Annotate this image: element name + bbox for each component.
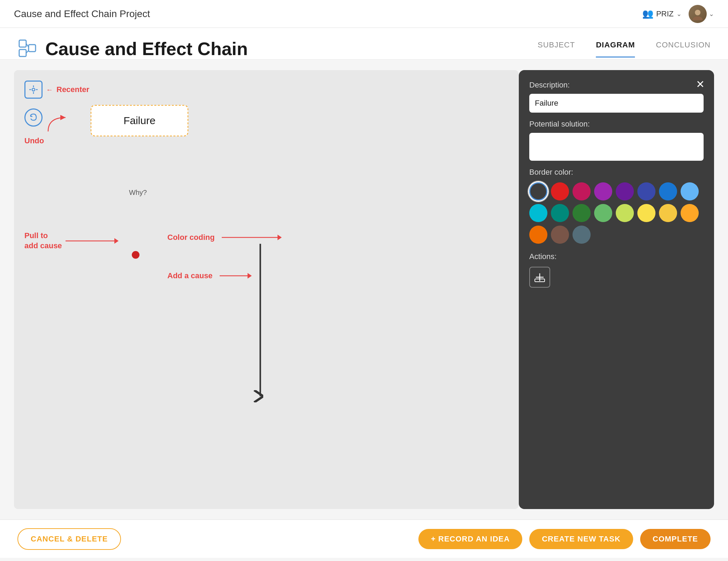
color-grid (529, 182, 704, 244)
add-a-cause-area: Add a cause (167, 269, 258, 283)
color-swatch-6[interactable] (659, 182, 677, 200)
color-swatch-10[interactable] (572, 204, 591, 222)
pull-arrow-svg (62, 230, 125, 251)
bottom-bar: CANCEL & DELETE + RECORD AN IDEA CREATE … (0, 520, 728, 558)
color-coding-label: Color coding (167, 233, 215, 242)
undo-label: Undo (24, 136, 44, 145)
recenter-arrow: ← (46, 86, 53, 94)
svg-point-7 (32, 88, 35, 91)
tab-diagram[interactable]: DIAGRAM (596, 40, 635, 58)
svg-rect-2 (19, 40, 26, 47)
create-task-button[interactable]: CREATE NEW TASK (529, 529, 633, 549)
color-swatch-9[interactable] (551, 204, 569, 222)
color-swatch-1[interactable] (551, 182, 569, 200)
color-swatch-15[interactable] (681, 204, 699, 222)
app-header: Cause and Effect Chain Project 👥 PRIZ ⌄ … (0, 0, 728, 28)
why-label: Why? (129, 189, 147, 197)
diagram-canvas[interactable]: ← Recenter (14, 70, 519, 509)
page-title-area: Cause and Effect Chain (17, 38, 248, 59)
recenter-icon (24, 81, 43, 99)
color-swatch-13[interactable] (637, 204, 655, 222)
page-header: Cause and Effect Chain SUBJECT DIAGRAM C… (0, 28, 728, 60)
color-swatch-11[interactable] (594, 204, 612, 222)
add-cause-arrow-svg (216, 269, 258, 283)
color-swatch-2[interactable] (572, 182, 591, 200)
color-swatch-14[interactable] (659, 204, 677, 222)
side-panel: ✕ Description: Potential solution: Borde… (519, 70, 714, 509)
svg-point-0 (695, 10, 700, 15)
cancel-delete-button[interactable]: CANCEL & DELETE (17, 528, 121, 550)
undo-icon (24, 108, 43, 127)
svg-rect-4 (29, 45, 36, 52)
cause-effect-icon (17, 38, 38, 59)
color-swatch-8[interactable] (529, 204, 547, 222)
header-right: 👥 PRIZ ⌄ ⌄ (642, 5, 714, 23)
color-swatch-0[interactable] (529, 182, 547, 200)
recenter-label: Recenter (56, 85, 89, 94)
page-tabs: SUBJECT DIAGRAM CONCLUSION (538, 40, 711, 58)
main-content: ← Recenter (0, 60, 728, 520)
color-swatch-17[interactable] (551, 226, 569, 244)
potential-solution-input[interactable] (529, 133, 704, 161)
svg-point-1 (693, 16, 703, 20)
avatar-chevron-icon: ⌄ (709, 10, 714, 18)
red-dot (132, 251, 139, 259)
color-swatch-4[interactable] (616, 182, 634, 200)
color-swatch-16[interactable] (529, 226, 547, 244)
color-swatch-5[interactable] (637, 182, 655, 200)
user-avatar-container[interactable]: ⌄ (689, 5, 714, 23)
potential-solution-label: Potential solution: (529, 120, 704, 129)
add-cause-action-button[interactable] (529, 267, 550, 288)
team-chevron-icon: ⌄ (676, 10, 682, 18)
connection-svg (14, 70, 519, 509)
add-a-cause-label: Add a cause (167, 271, 213, 280)
color-swatch-3[interactable] (594, 182, 612, 200)
record-idea-button[interactable]: + RECORD AN IDEA (418, 529, 522, 549)
complete-button[interactable]: COMPLETE (640, 529, 711, 549)
description-label: Description: (529, 81, 704, 90)
color-swatch-7[interactable] (681, 182, 699, 200)
team-icon: 👥 (642, 8, 653, 19)
team-name: PRIZ (656, 9, 674, 18)
border-color-label: Border color: (529, 168, 704, 177)
svg-rect-3 (19, 50, 26, 56)
color-swatch-18[interactable] (572, 226, 591, 244)
color-coding-area: Color coding (167, 229, 288, 246)
failure-node-text: Failure (123, 115, 156, 127)
recenter-button[interactable]: ← Recenter (24, 81, 89, 99)
color-swatch-12[interactable] (616, 204, 634, 222)
app-title: Cause and Effect Chain Project (14, 8, 150, 20)
actions-label: Actions: (529, 252, 704, 261)
pull-to-add-area: Pull to add cause (24, 230, 125, 251)
avatar (689, 5, 707, 23)
bottom-right-buttons: + RECORD AN IDEA CREATE NEW TASK COMPLET… (418, 529, 711, 549)
close-button[interactable]: ✕ (693, 77, 707, 91)
color-coding-arrow-svg (218, 229, 288, 246)
tab-subject[interactable]: SUBJECT (538, 40, 575, 58)
undo-arrow-svg (45, 114, 73, 135)
page-title: Cause and Effect Chain (45, 38, 248, 59)
failure-node[interactable]: Failure (91, 105, 188, 136)
team-selector[interactable]: 👥 PRIZ ⌄ (642, 8, 682, 19)
description-input[interactable] (529, 94, 704, 113)
pull-to-add-label: Pull to add cause (24, 231, 62, 251)
tab-conclusion[interactable]: CONCLUSION (656, 40, 711, 58)
undo-button[interactable]: Undo (24, 108, 73, 145)
